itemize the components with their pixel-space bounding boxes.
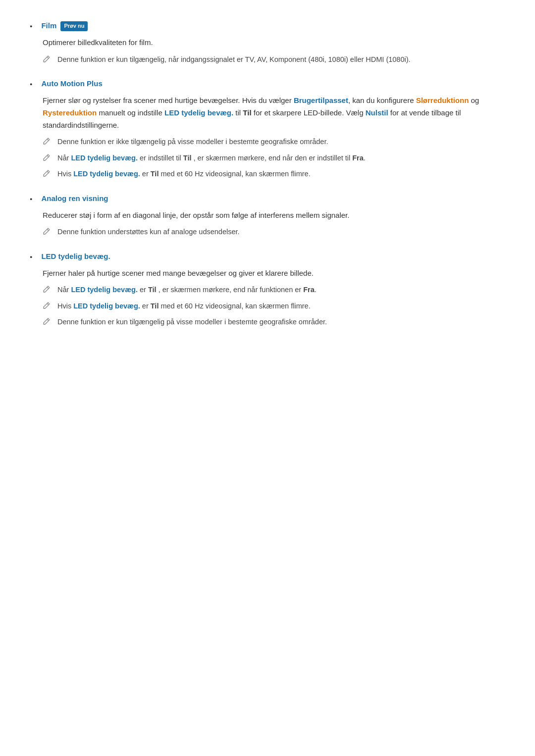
- analog-bullet-item: ● Analog ren visning: [30, 193, 505, 204]
- led-note1-text: Når LED tydelig bevæg. er Til , er skærm…: [57, 284, 317, 295]
- auto-motion-bullet-item: ● Auto Motion Plus: [30, 78, 505, 90]
- bullet-dot-3: ●: [30, 196, 32, 202]
- led-desc: Fjerner haler på hurtige scener med mang…: [43, 267, 505, 280]
- pencil-icon-8: [43, 317, 53, 328]
- pencil-icon-6: [43, 285, 53, 296]
- led-title: LED tydelig bevæg.: [41, 251, 110, 262]
- auto-motion-title: Auto Motion Plus: [41, 78, 102, 90]
- led-note2-text: Hvis LED tydelig bevæg. er Til med et 60…: [57, 301, 311, 311]
- pencil-icon-2: [43, 137, 53, 148]
- auto-note1-text: Denne funktion er ikke tilgængelig på vi…: [57, 136, 328, 147]
- analog-desc: Reducerer støj i form af en diagonal lin…: [43, 209, 505, 222]
- note-item: Denne funktion er kun tilgængelig, når i…: [43, 54, 505, 66]
- film-title-text: Film: [41, 21, 56, 30]
- film-note1-text: Denne funktion er kun tilgængelig, når i…: [57, 54, 411, 65]
- film-bullet-item: ● Film Prøv nu: [30, 20, 505, 32]
- auto-motion-desc-pre: Fjerner slør og rystelser fra scener med…: [43, 96, 292, 104]
- auto-motion-brugertilpasset: Brugertilpasset: [294, 96, 348, 104]
- led-note-3: Denne funktion er kun tilgængelig på vis…: [43, 316, 505, 328]
- led-bullet-item: ● LED tydelig bevæg.: [30, 251, 505, 262]
- led-note3-text: Denne funktion er kun tilgængelig på vis…: [57, 316, 327, 327]
- auto-motion-led-ref: LED tydelig bevæg.: [164, 108, 233, 117]
- auto-note3-text: Hvis LED tydelig bevæg. er Til med et 60…: [57, 168, 311, 179]
- film-title: Film Prøv nu: [41, 20, 88, 32]
- analog-body: Reducerer støj i form af en diagonal lin…: [43, 209, 505, 239]
- pencil-icon-7: [43, 302, 53, 312]
- auto-motion-sloerreduktionn: Slørreduktionn: [416, 96, 469, 104]
- film-desc: Optimerer billedkvaliteten for film.: [43, 37, 505, 49]
- auto-motion-nulstil: Nulstil: [366, 108, 388, 117]
- led-notes: Når LED tydelig bevæg. er Til , er skærm…: [43, 284, 505, 328]
- analog-note1-text: Denne funktion understøttes kun af analo…: [57, 226, 240, 237]
- auto-motion-desc: Fjerner slør og rystelser fra scener med…: [43, 95, 505, 131]
- auto-motion-notes: Denne funktion er ikke tilgængelig på vi…: [43, 136, 505, 180]
- analog-title: Analog ren visning: [41, 193, 108, 204]
- auto-note-3: Hvis LED tydelig bevæg. er Til med et 60…: [43, 168, 505, 180]
- analog-note-1: Denne funktion understøttes kun af analo…: [43, 226, 505, 238]
- led-body: Fjerner haler på hurtige scener med mang…: [43, 267, 505, 329]
- film-section: ● Film Prøv nu Optimerer billedkvalitete…: [30, 20, 505, 66]
- led-note-1: Når LED tydelig bevæg. er Til , er skærm…: [43, 284, 505, 296]
- auto-motion-section: ● Auto Motion Plus Fjerner slør og ryste…: [30, 78, 505, 180]
- auto-note2-text: Når LED tydelig bevæg. er indstillet til…: [57, 152, 366, 163]
- pencil-icon: [43, 55, 53, 66]
- analog-notes: Denne funktion understøttes kun af analo…: [43, 226, 505, 238]
- auto-note-2: Når LED tydelig bevæg. er indstillet til…: [43, 152, 505, 164]
- pencil-icon-5: [43, 227, 53, 238]
- led-section: ● LED tydelig bevæg. Fjerner haler på hu…: [30, 251, 505, 329]
- auto-motion-rystereduktion: Rystereduktion: [43, 108, 97, 117]
- led-note-2: Hvis LED tydelig bevæg. er Til med et 60…: [43, 301, 505, 312]
- auto-motion-body: Fjerner slør og rystelser fra scener med…: [43, 95, 505, 180]
- bullet-dot-2: ●: [30, 81, 32, 88]
- pencil-icon-4: [43, 169, 53, 180]
- film-body: Optimerer billedkvaliteten for film. Den…: [43, 37, 505, 66]
- bullet-dot-4: ●: [30, 253, 32, 260]
- pencil-icon-3: [43, 153, 53, 164]
- film-badge: Prøv nu: [60, 21, 88, 31]
- auto-note-1: Denne funktion er ikke tilgængelig på vi…: [43, 136, 505, 148]
- bullet-dot: ●: [30, 23, 32, 30]
- analog-section: ● Analog ren visning Reducerer støj i fo…: [30, 193, 505, 239]
- film-notes: Denne funktion er kun tilgængelig, når i…: [43, 54, 505, 66]
